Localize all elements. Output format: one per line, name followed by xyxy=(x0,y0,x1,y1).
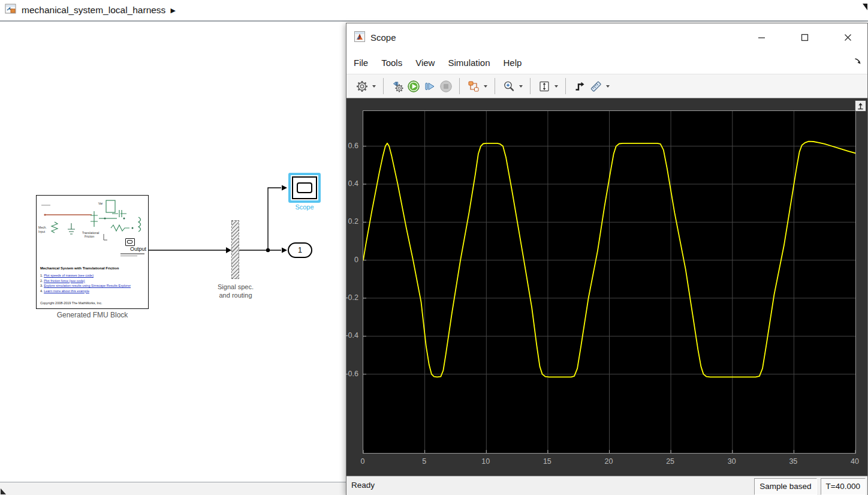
svg-text:Mech.: Mech. xyxy=(38,226,47,229)
zoom-in-dropdown[interactable] xyxy=(517,78,525,94)
scope-status-bar: Ready Sample basedT=40.000 xyxy=(346,476,867,495)
x-tick-label: 20 xyxy=(605,457,613,466)
toolbar-separator xyxy=(459,78,460,94)
step-forward-button[interactable] xyxy=(421,78,438,94)
stop-button[interactable] xyxy=(438,78,454,94)
sample-mode-cell: Sample based xyxy=(754,478,816,495)
fmu-description-line: 3. Explore simulation results using Sims… xyxy=(40,283,146,289)
x-tick-label: 40 xyxy=(851,457,859,466)
y-tick-label: -0.6 xyxy=(345,370,358,378)
scale-axes-dropdown[interactable] xyxy=(552,78,560,94)
simulink-model-icon xyxy=(5,3,17,17)
fmu-description-line: 4. Learn more about this example xyxy=(40,289,146,294)
trigger-icon xyxy=(573,80,586,93)
run-button[interactable] xyxy=(405,78,421,94)
x-tick-label: 30 xyxy=(728,457,736,466)
fmu-copyright: Copyright 2008-2019 The MathWorks, Inc. xyxy=(40,301,102,305)
clipped-corner-glyph xyxy=(863,2,867,13)
menu-tools[interactable]: Tools xyxy=(375,52,409,74)
breadcrumb-model-name[interactable]: mechanical_system_local_harness xyxy=(22,5,165,16)
close-button[interactable] xyxy=(839,29,857,46)
x-tick-label: 10 xyxy=(481,457,490,466)
stop-icon xyxy=(439,80,453,93)
scope-block[interactable] xyxy=(292,176,317,199)
generated-fmu-block[interactable]: Mech.InputVarTranslationalFriction Outpu… xyxy=(36,195,149,309)
svg-text:Input: Input xyxy=(38,230,46,233)
menu-help[interactable]: Help xyxy=(497,52,529,74)
triggers-button[interactable] xyxy=(571,78,587,94)
menu-simulation[interactable]: Simulation xyxy=(441,52,496,74)
toolbar-separator xyxy=(383,78,384,94)
measurements-icon xyxy=(589,80,602,93)
fmu-description-line: 1. Plot speeds of masses (see code) xyxy=(40,273,146,278)
scope-block-screen-icon xyxy=(297,182,312,193)
y-tick-label: 0.2 xyxy=(348,217,358,226)
outport-block[interactable]: 1 xyxy=(288,242,312,258)
chevron-down-icon xyxy=(372,85,376,88)
scope-plot-region: 05101520253035400.60.40.20-0.2-0.4-0.6 xyxy=(346,98,867,476)
waveform-plot xyxy=(363,111,855,453)
scope-block-selected[interactable] xyxy=(288,173,321,203)
window-title: Scope xyxy=(370,32,396,43)
status-text: Ready xyxy=(351,481,375,490)
x-tick-label: 15 xyxy=(543,457,551,466)
maximize-button[interactable] xyxy=(795,29,813,46)
stepping-options-button[interactable] xyxy=(389,78,405,94)
cursor-measurements-dropdown[interactable] xyxy=(604,78,611,94)
chevron-down-icon xyxy=(484,85,487,88)
scale-axes-button[interactable] xyxy=(536,78,552,94)
window-controls xyxy=(752,29,857,46)
y-tick-label: 0.4 xyxy=(348,179,358,188)
gear-icon xyxy=(355,80,369,93)
scope-app-icon xyxy=(354,31,365,44)
svg-text:Friction: Friction xyxy=(85,235,95,238)
minimize-button[interactable] xyxy=(752,29,770,46)
status-cells: Sample basedT=40.000 xyxy=(754,478,866,495)
chevron-down-icon xyxy=(519,85,523,88)
highlight-simulink-block-button[interactable] xyxy=(465,78,481,94)
svg-text:Var: Var xyxy=(98,202,103,205)
configuration-properties-dropdown[interactable] xyxy=(370,78,378,94)
x-tick-label: 25 xyxy=(666,457,674,466)
breadcrumb: mechanical_system_local_harness ▶ xyxy=(0,0,868,22)
highlight-simulink-block-dropdown[interactable] xyxy=(481,78,489,94)
chevron-down-icon xyxy=(606,85,610,88)
cursor-measurements-button[interactable] xyxy=(587,78,604,94)
x-tick-label: 35 xyxy=(789,457,797,466)
clipped-bottom-glyph xyxy=(1,486,6,495)
y-tick-label: -0.4 xyxy=(345,331,358,340)
toolbar-separator xyxy=(495,78,495,94)
run-icon xyxy=(407,80,420,93)
breadcrumb-caret-icon[interactable]: ▶ xyxy=(170,7,175,14)
toolbar-separator xyxy=(530,78,531,94)
stepping-options-icon xyxy=(391,80,404,93)
fit-view-icon xyxy=(538,80,551,93)
fmu-block-name[interactable]: Generated FMU Block xyxy=(18,311,167,319)
step-forward-icon xyxy=(423,80,436,93)
signal-spec-block[interactable] xyxy=(231,220,239,279)
fmu-description-line: 2. Plot friction force (see code) xyxy=(40,278,146,284)
x-tick-label: 0 xyxy=(361,457,365,466)
signal-spec-block-name[interactable]: Signal spec. and routing xyxy=(198,283,273,299)
editor-status-strip xyxy=(0,482,346,495)
scope-window: Scope FileToolsViewSimulationHelp 051015… xyxy=(346,23,868,495)
menu-view[interactable]: View xyxy=(409,52,441,74)
zoom-in-button[interactable] xyxy=(501,78,517,94)
fmu-output-port-label: Output xyxy=(130,246,146,252)
zoom-in-icon xyxy=(502,80,516,93)
fmu-description-links: 1. Plot speeds of masses (see code)2. Pl… xyxy=(40,273,146,293)
scope-titlebar[interactable]: Scope xyxy=(346,23,867,52)
restore-axes-button[interactable] xyxy=(855,100,866,112)
scope-menu-bar: FileToolsViewSimulationHelp xyxy=(346,52,867,74)
y-tick-label: 0 xyxy=(354,256,358,264)
scope-axes[interactable] xyxy=(363,110,856,454)
x-tick-label: 5 xyxy=(422,457,426,466)
menu-file[interactable]: File xyxy=(347,52,375,74)
configuration-properties-button[interactable] xyxy=(354,78,370,94)
y-tick-label: 0.6 xyxy=(348,142,358,150)
dock-icon[interactable] xyxy=(854,57,862,68)
scope-block-name[interactable]: Scope xyxy=(281,203,328,211)
fmu-output-caption-marks xyxy=(120,253,144,257)
y-tick-label: -0.2 xyxy=(345,293,358,302)
fmu-description-heading: Mechanical System with Translational Fri… xyxy=(40,266,146,270)
